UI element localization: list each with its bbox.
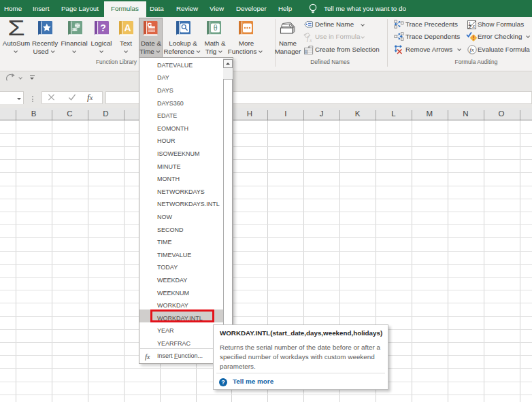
- svg-text:θ: θ: [214, 23, 218, 33]
- svg-text:?: ?: [221, 379, 225, 386]
- svg-text:?: ?: [100, 22, 106, 33]
- svg-text:x: x: [471, 23, 475, 29]
- svg-text:A: A: [124, 22, 131, 33]
- svg-text:2: 2: [469, 24, 472, 29]
- svg-text:x: x: [309, 37, 312, 43]
- svg-text:fx: fx: [469, 46, 474, 53]
